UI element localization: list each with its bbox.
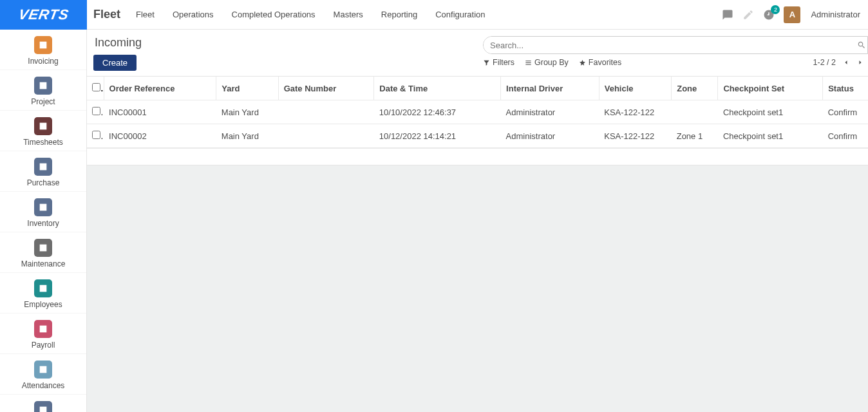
col-status[interactable]: Status (823, 77, 868, 100)
app-icon (34, 279, 52, 297)
menu-operations[interactable]: Operations (173, 10, 214, 19)
cell-ref: INC00001 (104, 100, 216, 124)
app-title: Fleet (87, 0, 132, 29)
sidebar-item-employees[interactable]: Employees (0, 273, 86, 314)
app-icon (34, 320, 52, 338)
app-icon (34, 401, 52, 412)
row-checkbox[interactable] (92, 107, 100, 115)
sidebar-item-inventory[interactable]: Inventory (0, 192, 86, 232)
messaging-icon[interactable] (722, 9, 733, 21)
main-content: Incoming Create Filters (87, 30, 868, 412)
chevron-right-icon (856, 59, 864, 66)
cell-cp: Checkpoint set1 (718, 100, 823, 124)
user-name[interactable]: Administrator (809, 10, 863, 19)
col-driver[interactable]: Internal Driver (501, 77, 599, 100)
activity-icon[interactable]: 2 (763, 9, 775, 21)
activity-badge: 2 (771, 5, 780, 14)
star-icon (579, 59, 586, 66)
filters-button[interactable]: Filters (483, 58, 514, 67)
sidebar-item-label: Inventory (27, 219, 59, 228)
col-vehicle[interactable]: Vehicle (599, 77, 671, 100)
cell-yard: Main Yard (216, 124, 278, 148)
sidebar-item-invoicing[interactable]: Invoicing (0, 30, 86, 70)
col-ref[interactable]: Order Reference (104, 77, 216, 100)
empty-area (87, 165, 868, 412)
menu-fleet[interactable]: Fleet (136, 10, 155, 19)
search-wrap (483, 36, 868, 54)
app-icon (34, 36, 52, 54)
funnel-icon (483, 59, 490, 66)
menu-config[interactable]: Configuration (435, 10, 485, 19)
col-cp[interactable]: Checkpoint Set (718, 77, 823, 100)
page-title: Incoming (93, 36, 142, 50)
col-gate[interactable]: Gate Number (278, 77, 374, 100)
menu-completed[interactable]: Completed Operations (232, 10, 316, 19)
app-icon (34, 239, 52, 257)
table-row[interactable]: INC00002Main Yard10/12/2022 14:14:21Admi… (87, 124, 868, 148)
sidebar-item-attendances[interactable]: Attendances (0, 354, 86, 395)
cell-gate (278, 124, 374, 148)
sidebar-item-payroll[interactable]: Payroll (0, 314, 86, 354)
cell-driver: Administrator (501, 124, 599, 148)
pager: 1-2 / 2 (813, 58, 868, 67)
sidebar-item-label: Purchase (27, 178, 60, 187)
sidebar-item-label: Maintenance (21, 259, 66, 268)
sidebar-item-label: Payroll (32, 341, 55, 350)
sidebar-item-recruitment[interactable]: Recruitment (0, 395, 86, 412)
col-yard[interactable]: Yard (216, 77, 278, 100)
sidebar-item-label: Timesheets (23, 138, 63, 147)
search-input[interactable] (484, 37, 856, 53)
favorites-label: Favorites (589, 58, 621, 67)
col-dt[interactable]: Date & Time (374, 77, 501, 100)
logo[interactable]: VERTS (0, 0, 87, 30)
app-icon (34, 198, 52, 216)
next-page-button[interactable] (856, 59, 864, 66)
cell-vehicle: KSA-122-122 (599, 124, 671, 148)
filters-label: Filters (493, 58, 514, 67)
sidebar-item-timesheets[interactable]: Timesheets (0, 111, 86, 151)
groupby-button[interactable]: Group By (525, 58, 569, 67)
cell-yard: Main Yard (216, 100, 278, 124)
cell-dt: 10/12/2022 14:14:21 (374, 124, 501, 148)
sidebar-item-label: Project (31, 97, 55, 106)
cell-status: Confirm (823, 124, 868, 148)
sidebar: InvoicingProjectTimesheetsPurchaseInvent… (0, 30, 87, 412)
menu-masters[interactable]: Masters (334, 10, 363, 19)
edit-icon[interactable] (742, 9, 754, 21)
sidebar-item-label: Employees (24, 300, 62, 309)
sidebar-item-maintenance[interactable]: Maintenance (0, 232, 86, 273)
cell-dt: 10/10/2022 12:46:37 (374, 100, 501, 124)
cell-zone: Zone 1 (672, 124, 718, 148)
top-menu: Fleet Operations Completed Operations Ma… (132, 0, 486, 29)
select-all-checkbox[interactable] (92, 83, 100, 91)
cell-zone (672, 100, 718, 124)
cell-status: Confirm (823, 100, 868, 124)
logo-text: VERTS (17, 6, 70, 23)
menu-reporting[interactable]: Reporting (381, 10, 417, 19)
topbar: VERTS Fleet Fleet Operations Completed O… (0, 0, 868, 30)
row-checkbox[interactable] (92, 131, 100, 139)
col-zone[interactable]: Zone (672, 77, 718, 100)
cell-driver: Administrator (501, 100, 599, 124)
app-icon (34, 77, 52, 95)
sidebar-item-project[interactable]: Project (0, 70, 86, 111)
groupby-label: Group By (534, 58, 569, 67)
app-icon (34, 158, 52, 176)
table-row[interactable]: INC00001Main Yard10/10/2022 12:46:37Admi… (87, 100, 868, 124)
pager-text: 1-2 / 2 (813, 58, 836, 67)
table-footer (87, 148, 868, 165)
prev-page-button[interactable] (842, 59, 850, 66)
favorites-button[interactable]: Favorites (579, 58, 621, 67)
search-icon[interactable] (856, 37, 867, 53)
sidebar-item-purchase[interactable]: Purchase (0, 151, 86, 192)
app-icon (34, 360, 52, 379)
list-icon (525, 59, 532, 66)
create-button[interactable]: Create (93, 55, 137, 71)
select-all-header (87, 77, 104, 100)
sidebar-item-label: Invoicing (28, 57, 58, 66)
cell-ref: INC00002 (104, 124, 216, 148)
user-avatar[interactable]: A (784, 6, 800, 23)
cell-gate (278, 100, 374, 124)
systray: 2 A Administrator (722, 0, 868, 29)
search-toolbar: Filters Group By Favorites 1-2 / (483, 58, 868, 67)
